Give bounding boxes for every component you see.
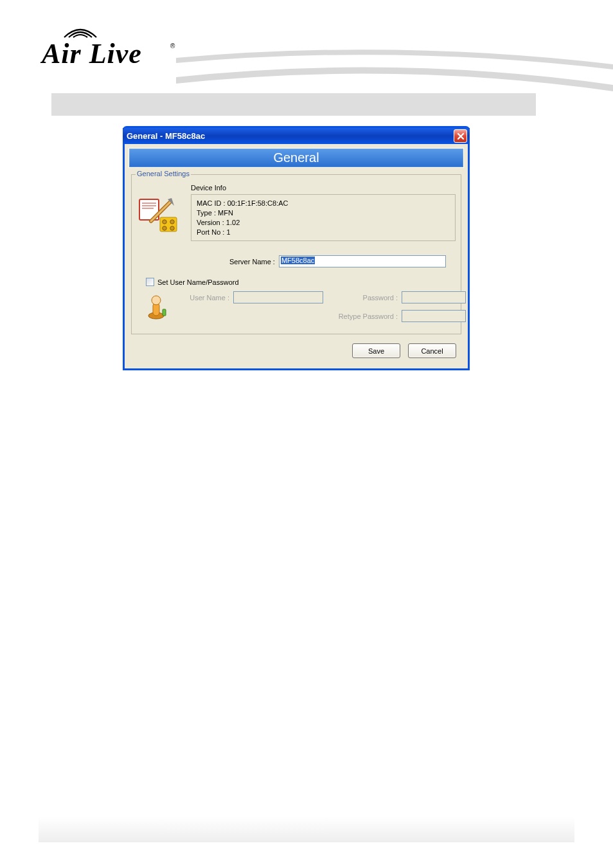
device-port: Port No : 1 — [197, 228, 450, 237]
device-info-label: Device Info — [191, 184, 456, 192]
header-gray-band — [51, 93, 536, 116]
cancel-button[interactable]: Cancel — [408, 343, 456, 358]
footer-fade — [39, 817, 574, 842]
device-mac: MAC ID : 00:1F:1F:58:C8:AC — [197, 199, 450, 208]
retype-password-label: Retype Password : — [323, 312, 402, 320]
svg-point-12 — [152, 296, 161, 305]
brand-logo: Air Live ® — [42, 19, 177, 68]
panel-title: General — [129, 148, 464, 168]
save-button[interactable]: Save — [352, 343, 400, 358]
user-icon — [146, 294, 166, 320]
close-icon — [457, 132, 465, 140]
brand-name: Air Live — [42, 37, 142, 70]
svg-point-9 — [170, 226, 174, 230]
set-credentials-checkbox[interactable] — [146, 278, 154, 286]
server-name-input[interactable]: MF58c8ac — [279, 255, 446, 267]
svg-rect-13 — [163, 309, 166, 316]
username-label: User Name : — [177, 294, 233, 302]
device-settings-icon — [138, 193, 179, 234]
server-name-value: MF58c8ac — [281, 257, 315, 264]
device-info-box: MAC ID : 00:1F:1F:58:C8:AC Type : MFN Ve… — [191, 194, 456, 241]
username-input[interactable] — [233, 291, 323, 303]
general-dialog: General - MF58c8ac General General Setti… — [123, 128, 470, 370]
close-button[interactable] — [454, 129, 467, 143]
logo-waves-icon — [61, 19, 100, 39]
general-settings-fieldset: General Settings Device Info MAC ID : — [131, 174, 461, 334]
retype-password-input[interactable] — [402, 310, 466, 322]
page-header: Air Live ® — [0, 0, 613, 93]
device-version: Version : 1.02 — [197, 218, 450, 228]
dialog-title: General - MF58c8ac — [127, 131, 205, 141]
password-input[interactable] — [402, 291, 466, 303]
svg-point-6 — [163, 220, 166, 224]
svg-point-8 — [163, 226, 166, 230]
set-credentials-label: Set User Name/Password — [157, 278, 239, 286]
dialog-titlebar[interactable]: General - MF58c8ac — [123, 126, 470, 144]
svg-point-7 — [170, 220, 174, 224]
fieldset-legend: General Settings — [136, 170, 191, 177]
server-name-label: Server Name : — [229, 258, 275, 266]
brand-registered: ® — [170, 42, 175, 50]
password-label: Password : — [323, 294, 402, 302]
device-type: Type : MFN — [197, 208, 450, 218]
